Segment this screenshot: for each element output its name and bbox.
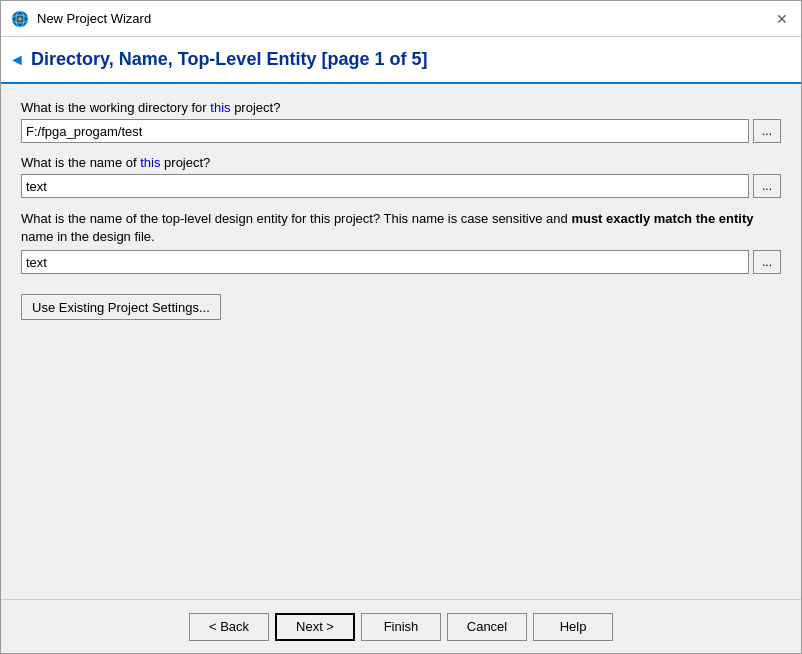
back-button[interactable]: < Back — [189, 613, 269, 641]
project-name-label: What is the name of this project? — [21, 155, 781, 170]
svg-point-3 — [18, 17, 22, 21]
project-name-input[interactable] — [21, 174, 749, 198]
page-heading: ◄ Directory, Name, Top-Level Entity [pag… — [1, 37, 801, 84]
page-title: Directory, Name, Top-Level Entity [page … — [31, 49, 427, 70]
close-button[interactable]: ✕ — [773, 10, 791, 28]
cancel-button[interactable]: Cancel — [447, 613, 527, 641]
main-content: What is the working directory for this p… — [1, 84, 801, 599]
working-dir-input[interactable] — [21, 119, 749, 143]
next-button[interactable]: Next > — [275, 613, 355, 641]
footer: < Back Next > Finish Cancel Help — [1, 599, 801, 653]
project-name-group: What is the name of this project? ... — [21, 155, 781, 198]
working-dir-group: What is the working directory for this p… — [21, 100, 781, 143]
title-bar: New Project Wizard ✕ — [1, 1, 801, 37]
top-level-entity-group: What is the name of the top-level design… — [21, 210, 781, 274]
working-dir-label: What is the working directory for this p… — [21, 100, 781, 115]
project-name-input-row: ... — [21, 174, 781, 198]
app-icon — [11, 10, 29, 28]
top-level-entity-input-row: ... — [21, 250, 781, 274]
use-existing-settings-button[interactable]: Use Existing Project Settings... — [21, 294, 221, 320]
top-level-entity-input[interactable] — [21, 250, 749, 274]
top-level-entity-browse-button[interactable]: ... — [753, 250, 781, 274]
project-name-browse-button[interactable]: ... — [753, 174, 781, 198]
working-dir-input-row: ... — [21, 119, 781, 143]
top-level-description: What is the name of the top-level design… — [21, 210, 781, 246]
dialog-window: New Project Wizard ✕ ◄ Directory, Name, … — [0, 0, 802, 654]
help-button[interactable]: Help — [533, 613, 613, 641]
finish-button[interactable]: Finish — [361, 613, 441, 641]
working-dir-browse-button[interactable]: ... — [753, 119, 781, 143]
back-arrow-icon[interactable]: ◄ — [9, 51, 25, 69]
title-bar-text: New Project Wizard — [37, 11, 773, 26]
